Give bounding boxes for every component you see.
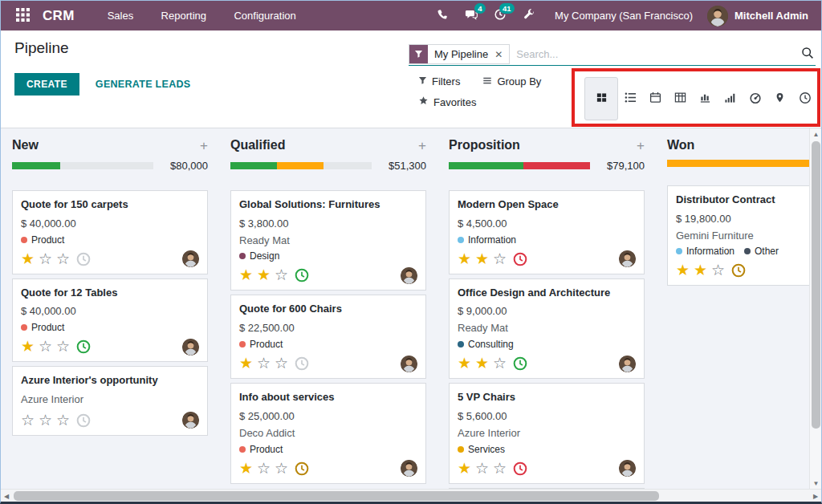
scroll-up-arrow[interactable]: ▲: [810, 128, 821, 140]
opportunity-card[interactable]: Office Design and Architecture $ 9,000.0…: [449, 278, 645, 379]
priority-star[interactable]: ☆: [39, 338, 52, 355]
priority-star[interactable]: ☆: [493, 250, 507, 267]
app-name[interactable]: CRM: [43, 8, 75, 24]
filters-menu-button[interactable]: Filters: [418, 75, 460, 87]
progress-segment[interactable]: [60, 162, 153, 169]
priority-star[interactable]: ★: [239, 266, 253, 283]
priority-star[interactable]: ☆: [275, 355, 288, 372]
priority-star[interactable]: ★: [21, 250, 35, 267]
view-kanban-button[interactable]: [584, 77, 618, 120]
priority-star[interactable]: ☆: [493, 460, 507, 477]
priority-star[interactable]: ☆: [21, 412, 35, 429]
opportunity-card[interactable]: Azure Interior's opportunity Azure Inter…: [12, 366, 208, 436]
priority-star[interactable]: ★: [257, 266, 271, 283]
progress-segment[interactable]: [324, 162, 372, 169]
activity-clock-button[interactable]: [513, 356, 527, 371]
scroll-right-arrow[interactable]: ▶: [810, 490, 821, 502]
view-graph-button[interactable]: [693, 77, 718, 120]
priority-star[interactable]: ★: [239, 355, 253, 372]
search-submit-button[interactable]: [800, 47, 816, 62]
activity-clock-button[interactable]: [295, 356, 309, 371]
generate-leads-button[interactable]: GENERATE LEADS: [96, 79, 191, 90]
priority-star[interactable]: ☆: [39, 412, 52, 429]
activity-clock-button[interactable]: [513, 252, 527, 266]
create-button[interactable]: CREATE: [14, 73, 79, 96]
priority-star[interactable]: ☆: [711, 262, 725, 278]
card-amount: $ 3,800.00: [239, 216, 417, 233]
priority-star[interactable]: ☆: [275, 266, 288, 283]
column-progressbar: [12, 162, 153, 169]
group-by-menu-button[interactable]: Group By: [482, 75, 541, 87]
priority-star[interactable]: ☆: [275, 460, 288, 477]
opportunity-card[interactable]: Global Solutions: Furnitures $ 3,800.00 …: [230, 190, 426, 291]
priority-star[interactable]: ★: [21, 338, 35, 355]
menu-sales[interactable]: Sales: [96, 2, 146, 30]
view-dashboard-button[interactable]: [743, 77, 767, 120]
user-menu[interactable]: Mitchell Admin: [707, 6, 808, 26]
column-add-button[interactable]: +: [418, 139, 426, 152]
opportunity-card[interactable]: Quote for 150 carpets $ 40,000.00 Produc…: [12, 190, 208, 274]
opportunity-card[interactable]: 5 VP Chairs $ 5,600.00 Azure Interior Se…: [449, 383, 645, 483]
debug-tools-button[interactable]: [515, 1, 543, 30]
remove-facet-button[interactable]: ✕: [494, 45, 509, 63]
progress-segment[interactable]: [277, 162, 324, 169]
activity-clock-button[interactable]: [76, 339, 91, 354]
priority-star[interactable]: ★: [239, 460, 253, 477]
priority-star[interactable]: ★: [458, 460, 471, 477]
activity-clock-button[interactable]: [295, 268, 309, 282]
activity-clock-button[interactable]: [76, 252, 91, 266]
vertical-scrollbar[interactable]: ▲ ▼: [809, 128, 821, 489]
progress-segment[interactable]: [230, 162, 277, 169]
view-map-button[interactable]: [767, 77, 792, 120]
search-input[interactable]: [510, 48, 800, 60]
activity-clock-button[interactable]: [731, 263, 746, 278]
opportunity-card[interactable]: Modern Open Space $ 4,500.00 Information…: [449, 190, 645, 274]
priority-star[interactable]: ★: [676, 262, 690, 278]
view-calendar-button[interactable]: [643, 77, 668, 120]
menu-configuration[interactable]: Configuration: [222, 2, 307, 30]
priority-star[interactable]: ★: [458, 355, 471, 372]
progress-segment[interactable]: [12, 162, 60, 169]
priority-star[interactable]: ☆: [257, 460, 271, 477]
activity-clock-button[interactable]: [76, 413, 91, 428]
view-list-button[interactable]: [618, 77, 643, 120]
calendar-icon: [649, 91, 661, 106]
messages-button[interactable]: 4: [457, 1, 486, 30]
opportunity-card[interactable]: Distributor Contract $ 19,800.00 Gemini …: [667, 185, 821, 286]
menu-reporting[interactable]: Reporting: [149, 2, 218, 30]
activity-clock-button[interactable]: [295, 461, 309, 476]
priority-star[interactable]: ★: [475, 250, 489, 267]
opportunity-card[interactable]: Info about services $ 25,000.00 Deco Add…: [230, 383, 426, 483]
activity-clock-button[interactable]: [513, 461, 527, 476]
priority-star[interactable]: ★: [694, 262, 707, 278]
view-cohort-button[interactable]: [718, 77, 743, 120]
horizontal-scroll-thumb[interactable]: [14, 491, 659, 501]
priority-star[interactable]: ★: [458, 250, 471, 267]
view-pivot-button[interactable]: [668, 77, 693, 120]
priority-star[interactable]: ☆: [56, 250, 70, 267]
scroll-down-arrow[interactable]: ▼: [810, 478, 821, 489]
opportunity-card[interactable]: Quote for 600 Chairs $ 22,500.00 Product…: [230, 295, 426, 379]
priority-star[interactable]: ☆: [56, 338, 70, 355]
column-add-button[interactable]: +: [200, 139, 208, 152]
progress-segment[interactable]: [523, 162, 590, 169]
column-add-button[interactable]: +: [637, 139, 645, 152]
progress-segment[interactable]: [449, 162, 523, 169]
vertical-scroll-thumb[interactable]: [812, 141, 820, 429]
horizontal-scrollbar[interactable]: ◀ ▶: [1, 489, 821, 502]
priority-star[interactable]: ☆: [56, 412, 70, 429]
scroll-left-arrow[interactable]: ◀: [1, 490, 12, 502]
priority-star[interactable]: ☆: [257, 355, 271, 372]
progress-segment[interactable]: [667, 160, 821, 167]
favorites-menu-button[interactable]: Favorites: [418, 96, 476, 108]
voip-phone-button[interactable]: [428, 1, 457, 30]
view-activity-button[interactable]: [792, 77, 817, 120]
apps-menu-button[interactable]: [9, 1, 36, 30]
priority-star[interactable]: ★: [475, 355, 489, 372]
opportunity-card[interactable]: Quote for 12 Tables $ 40,000.00 Product …: [12, 278, 208, 363]
priority-star[interactable]: ☆: [475, 460, 489, 477]
company-switcher[interactable]: My Company (San Francisco): [555, 10, 693, 22]
priority-star[interactable]: ☆: [493, 355, 507, 372]
priority-star[interactable]: ☆: [39, 250, 52, 267]
activities-button[interactable]: 41: [486, 1, 515, 30]
